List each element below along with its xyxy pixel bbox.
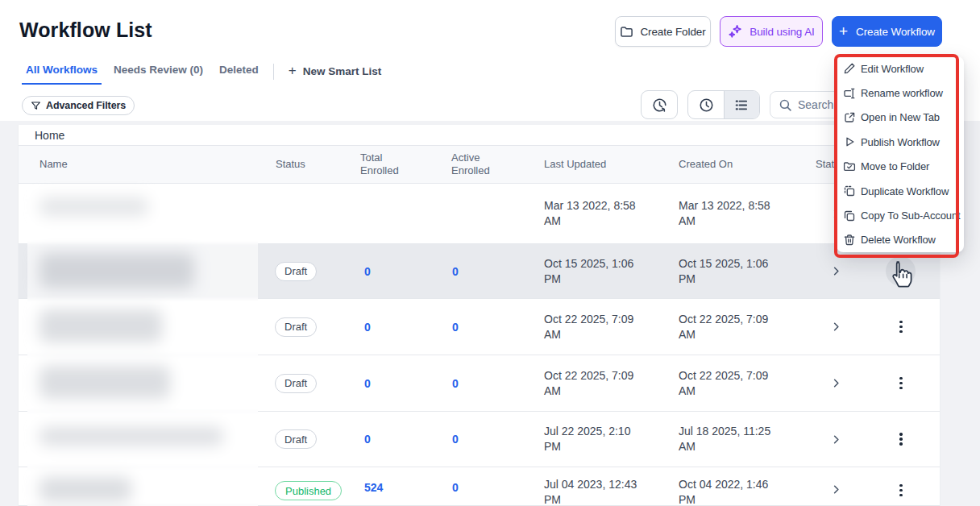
sparkles-icon	[728, 24, 743, 39]
status-badge: Draft	[275, 317, 317, 337]
tab-divider	[273, 64, 274, 80]
menu-item-label: Copy To Sub-Account	[861, 209, 961, 222]
column-header-total-enrolled: Total Enrolled	[360, 151, 409, 177]
table-row[interactable]: Draft 0 0 Jul 22 2025, 2:10 PM Jul 18 20…	[19, 412, 940, 467]
menu-item-copy-to-sub-account[interactable]: Copy To Sub-Account	[837, 203, 964, 227]
table-row[interactable]: Draft 0 0 Oct 15 2025, 1:06 PM Oct 15 20…	[19, 244, 940, 299]
kebab-menu-icon	[899, 321, 902, 333]
trash-icon	[843, 234, 856, 247]
created-on-value: Jul 18 2025, 11:25 AM	[679, 424, 777, 454]
active-enrolled-link[interactable]: 0	[452, 481, 459, 494]
column-header-name: Name	[39, 158, 68, 171]
clock-icon	[698, 97, 715, 114]
play-icon	[843, 135, 856, 148]
advanced-filters-label: Advanced Filters	[46, 100, 126, 111]
row-context-menu: Edit Workflow Rename workflow Open in Ne…	[837, 56, 964, 252]
advanced-filters-button[interactable]: Advanced Filters	[22, 96, 135, 115]
menu-item-publish-workflow[interactable]: Publish Workflow	[837, 130, 964, 154]
list-view-icon	[733, 97, 750, 114]
menu-item-label: Publish Workflow	[861, 136, 940, 148]
last-updated-value: Oct 22 2025, 7:09 AM	[544, 368, 642, 399]
pencil-icon	[843, 62, 856, 75]
tab-needs-review[interactable]: Needs Review (0)	[110, 62, 207, 83]
created-on-value: Mar 13 2022, 8:58 AM	[679, 198, 777, 229]
plus-icon: +	[289, 63, 297, 79]
menu-item-delete-workflow[interactable]: Delete Workflow	[837, 228, 964, 252]
active-enrolled-link[interactable]: 0	[452, 265, 459, 278]
create-workflow-button[interactable]: + Create Workflow	[832, 16, 942, 47]
redacted-name	[39, 477, 131, 502]
active-enrolled-link[interactable]: 0	[452, 321, 459, 334]
redacted-name	[39, 309, 162, 342]
create-folder-label: Create Folder	[640, 26, 705, 38]
active-enrolled-link[interactable]: 0	[452, 433, 459, 446]
expand-row-button[interactable]	[824, 299, 847, 355]
created-on-value: Oct 04 2022, 1:46 PM	[679, 477, 777, 506]
breadcrumb: Home	[19, 125, 940, 146]
status-badge: Published	[275, 481, 342, 500]
build-using-ai-label: Build using AI	[750, 26, 814, 38]
redacted-name	[39, 197, 148, 216]
tab-new-smart-list[interactable]: + New Smart List	[284, 62, 385, 86]
menu-item-edit-workflow[interactable]: Edit Workflow	[837, 56, 964, 81]
create-folder-button[interactable]: Create Folder	[615, 16, 711, 47]
redacted-name	[39, 427, 223, 446]
row-actions-button[interactable]	[890, 412, 912, 467]
created-on-value: Oct 15 2025, 1:06 PM	[679, 256, 777, 287]
menu-item-duplicate-workflow[interactable]: Duplicate Workflow	[837, 179, 964, 203]
table-row[interactable]: Published 524 0 Jul 04 2023, 12:43 PM Oc…	[19, 467, 940, 506]
created-on-value: Oct 22 2025, 7:09 AM	[679, 368, 777, 399]
kebab-menu-icon	[899, 484, 902, 496]
plus-icon: +	[839, 23, 848, 39]
total-enrolled-link[interactable]: 524	[364, 481, 383, 494]
row-actions-button[interactable]	[890, 355, 912, 411]
folder-icon	[620, 25, 633, 39]
search-icon	[779, 98, 792, 112]
menu-item-label: Move to Folder	[861, 160, 929, 172]
menu-item-label: Delete Workflow	[861, 234, 936, 246]
column-header-active-enrolled: Active Enrolled	[451, 151, 500, 177]
redacted-name	[39, 366, 170, 399]
status-badge: Draft	[275, 429, 317, 449]
total-enrolled-link[interactable]: 0	[364, 265, 371, 278]
row-actions-button[interactable]	[886, 256, 916, 286]
history-view-button[interactable]	[641, 90, 678, 119]
expand-row-button[interactable]	[824, 467, 847, 505]
tab-deleted[interactable]: Deleted	[215, 62, 263, 83]
menu-item-label: Edit Workflow	[861, 63, 924, 75]
last-updated-value: Oct 22 2025, 7:09 AM	[544, 312, 642, 342]
list-view-segment[interactable]	[724, 91, 759, 118]
new-smart-list-label: New Smart List	[303, 65, 382, 77]
menu-item-move-to-folder[interactable]: Move to Folder	[837, 155, 964, 179]
table-row[interactable]: Draft 0 0 Oct 22 2025, 7:09 AM Oct 22 20…	[19, 299, 940, 355]
tab-all-workflows[interactable]: All Workflows	[22, 62, 102, 85]
table-row[interactable]: Mar 13 2022, 8:58 AM Mar 13 2022, 8:58 A…	[19, 184, 940, 244]
external-link-icon	[843, 111, 856, 124]
menu-item-label: Duplicate Workflow	[861, 185, 949, 197]
active-enrolled-link[interactable]: 0	[452, 377, 459, 390]
column-header-last-updated: Last Updated	[544, 158, 606, 171]
copy-icon	[843, 209, 856, 222]
page-title: Workflow List	[19, 19, 152, 42]
calendar-view-segment[interactable]	[688, 91, 724, 118]
history-icon	[651, 97, 668, 114]
total-enrolled-link[interactable]: 0	[364, 321, 371, 334]
workflow-table-card: Home Name Status Total Enrolled Active E…	[18, 125, 941, 506]
status-badge: Draft	[275, 374, 317, 393]
menu-item-label: Open in New Tab	[861, 111, 940, 123]
total-enrolled-link[interactable]: 0	[364, 377, 371, 390]
row-actions-button[interactable]	[890, 299, 912, 355]
build-using-ai-button[interactable]: Build using AI	[720, 16, 823, 47]
expand-row-button[interactable]	[824, 412, 847, 467]
breadcrumb-home[interactable]: Home	[35, 129, 64, 142]
kebab-menu-icon	[899, 377, 902, 389]
expand-row-button[interactable]	[824, 355, 847, 411]
redacted-name	[39, 253, 194, 288]
menu-item-open-in-new-tab[interactable]: Open in New Tab	[837, 106, 964, 130]
row-actions-button[interactable]	[890, 467, 912, 505]
table-row[interactable]: Draft 0 0 Oct 22 2025, 7:09 AM Oct 22 20…	[19, 355, 940, 412]
menu-item-rename-workflow[interactable]: Rename workflow	[837, 81, 964, 105]
total-enrolled-link[interactable]: 0	[364, 433, 371, 446]
last-updated-value: Jul 04 2023, 12:43 PM	[544, 477, 642, 506]
workflow-list-page: Workflow List Create Folder Build using …	[0, 0, 980, 506]
